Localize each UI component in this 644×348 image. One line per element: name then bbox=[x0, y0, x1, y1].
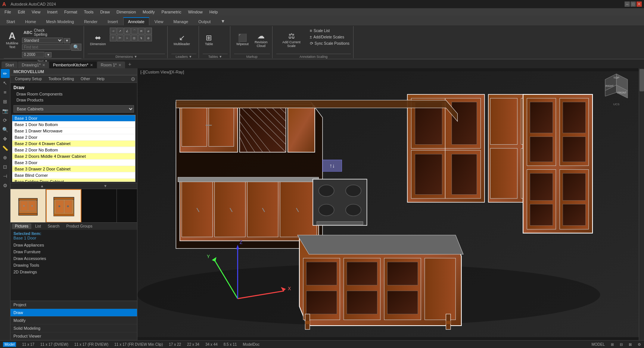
tool-settings[interactable]: ⚙ bbox=[1, 181, 10, 190]
dimension-button[interactable]: ⬌ Dimension bbox=[88, 27, 108, 53]
sync-scale-button[interactable]: ⟳ Sync Scale Positions bbox=[308, 40, 351, 47]
dim-ordinate-btn[interactable]: ⊤ bbox=[110, 35, 116, 41]
wipeout-button[interactable]: ⬛ Wipeout bbox=[234, 27, 251, 53]
dim-continue-btn[interactable]: ⊢ bbox=[117, 35, 124, 41]
status-22x34[interactable]: 22 x 34 bbox=[187, 342, 199, 347]
dim-radius-btn[interactable]: R bbox=[138, 28, 145, 34]
doc-tab-pemberton[interactable]: PembertonKitchen* ✕ bbox=[49, 62, 97, 68]
scroll-up-arrow[interactable]: ▲ bbox=[10, 183, 74, 189]
section-product-viewer[interactable]: Product Viewer bbox=[10, 332, 137, 340]
dim-jog-btn[interactable]: ↯ bbox=[138, 35, 145, 41]
status-ortho-toggle[interactable]: ⊠ bbox=[629, 342, 632, 347]
tool-zoom[interactable]: 🔍 bbox=[1, 125, 10, 134]
panel-tab-list[interactable]: List bbox=[32, 223, 44, 229]
draw-products[interactable]: Draw Products bbox=[13, 97, 134, 103]
dim-angular-btn[interactable]: ∠ bbox=[124, 28, 131, 34]
cabinet-item-base1drawermicrowave[interactable]: Base 1 Drawer Microwave bbox=[12, 128, 135, 134]
company-setup-btn[interactable]: Company Setup bbox=[12, 76, 45, 82]
find-text-input[interactable] bbox=[22, 44, 71, 50]
tab-home[interactable]: Home bbox=[20, 18, 41, 25]
status-17x22[interactable]: 17 x 22 bbox=[169, 342, 181, 347]
cabinet-item-base3drawer2door[interactable]: Base 3 Drawer 2 Door Cabinet bbox=[12, 166, 135, 172]
status-34x44[interactable]: 34 x 44 bbox=[205, 342, 218, 347]
navcube[interactable]: TOP FRONT RIGHT UCS bbox=[601, 72, 631, 102]
section-draw[interactable]: Draw bbox=[10, 309, 137, 317]
scroll-thumb[interactable] bbox=[640, 69, 644, 91]
status-model-tab[interactable]: Model bbox=[3, 342, 16, 347]
dim-baseline-btn[interactable]: ⊦ bbox=[124, 35, 131, 41]
draw-appliances[interactable]: Draw Appliances bbox=[10, 242, 137, 248]
status-model-badge[interactable]: MODEL bbox=[591, 342, 605, 347]
tab-render[interactable]: Render bbox=[79, 18, 102, 25]
menu-format[interactable]: Format bbox=[61, 9, 80, 15]
status-11x17-frdview-min[interactable]: 11 x 17 (FR DVIEW Min Clip) bbox=[114, 342, 163, 347]
panel-tab-product-groups[interactable]: Product Groups bbox=[63, 223, 95, 229]
tool-grid[interactable]: ⊡ bbox=[1, 162, 10, 171]
tool-layers[interactable]: ≡ bbox=[1, 88, 10, 97]
dim-aligned-btn[interactable]: ↗ bbox=[117, 28, 124, 34]
viewport[interactable]: [-][Custom View][X-Ray] TOP FRONT RIGHT … bbox=[137, 68, 639, 340]
menu-dimension[interactable]: Dimension bbox=[113, 9, 139, 15]
menu-window[interactable]: Window bbox=[185, 9, 206, 15]
cabinet-item-base2doornobottom[interactable]: Base 2 Door No Bottom bbox=[12, 147, 135, 153]
status-8x11[interactable]: 8.5 x 11 bbox=[224, 342, 237, 347]
doc-tab-pemberton-close[interactable]: ✕ bbox=[90, 63, 93, 67]
scale-list-button[interactable]: ≡ Scale List bbox=[308, 28, 351, 34]
tab-insert[interactable]: Insert bbox=[103, 18, 123, 25]
add-delete-scales-button[interactable]: ± Add/Delete Scales bbox=[308, 34, 351, 40]
menu-tools[interactable]: Tools bbox=[81, 9, 97, 15]
revision-cloud-button[interactable]: ☁ Revision Cloud bbox=[252, 27, 270, 53]
dim-break-btn[interactable]: ⊘ bbox=[145, 35, 152, 41]
toolbox-setting-btn[interactable]: Toolbox Setting bbox=[46, 76, 77, 82]
panel-gear-icon[interactable]: ⚙ bbox=[131, 76, 136, 82]
tool-draw[interactable]: ✏ bbox=[1, 69, 10, 78]
section-project[interactable]: Project bbox=[10, 301, 137, 309]
dim-linear-btn[interactable]: ⊣ bbox=[110, 28, 116, 34]
menu-view[interactable]: View bbox=[29, 9, 44, 15]
doc-tab-add[interactable]: + bbox=[125, 60, 134, 68]
doc-tab-start[interactable]: Start bbox=[1, 62, 18, 68]
2d-drawings[interactable]: 2D Drawings bbox=[10, 269, 137, 275]
status-snap-toggle[interactable]: ⊟ bbox=[620, 342, 623, 347]
cabinet-item-basefoldingdoor[interactable]: Base Folding Door Cabinet bbox=[12, 179, 135, 182]
cabinet-item-base2door[interactable]: Base 2 Door bbox=[12, 134, 135, 141]
product-thumb-3[interactable] bbox=[81, 189, 117, 223]
doc-tab-room1[interactable]: Room 1* ✕ bbox=[97, 62, 125, 68]
cabinet-item-baseblinddcorner[interactable]: Base Blind Corner bbox=[12, 172, 135, 179]
multiline-text-button[interactable]: A Multiline Text bbox=[4, 27, 21, 53]
maximize-button[interactable]: □ bbox=[631, 1, 636, 7]
product-thumb-1[interactable] bbox=[10, 189, 46, 223]
multileader-button[interactable]: ↙ Multileader bbox=[171, 27, 192, 53]
menu-edit[interactable]: Edit bbox=[15, 9, 28, 15]
spacing-btn[interactable]: ▼ bbox=[45, 52, 52, 57]
section-solid-modeling[interactable]: Solid Modeling bbox=[10, 325, 137, 332]
menu-draw[interactable]: Draw bbox=[97, 9, 113, 15]
tool-snap[interactable]: ⊕ bbox=[1, 153, 10, 162]
text-style-btn[interactable]: ▼ bbox=[64, 38, 70, 43]
menu-modify[interactable]: Modify bbox=[140, 9, 158, 15]
tool-orbit[interactable]: ⟳ bbox=[1, 116, 10, 125]
tool-select[interactable]: ↖ bbox=[1, 78, 10, 87]
spacing-input[interactable] bbox=[22, 52, 44, 57]
menu-help[interactable]: Help bbox=[206, 9, 221, 15]
tab-manage[interactable]: Manage bbox=[168, 18, 193, 25]
tab-extra[interactable]: ▼ bbox=[216, 17, 230, 25]
tool-properties[interactable]: ⊞ bbox=[1, 97, 10, 106]
tool-camera[interactable]: 📷 bbox=[1, 106, 10, 115]
tab-start[interactable]: Start bbox=[1, 18, 20, 25]
text-style-select[interactable]: Standard bbox=[22, 38, 63, 43]
find-search-button[interactable]: 🔍 bbox=[71, 44, 81, 51]
status-grid-toggle[interactable]: ⊞ bbox=[611, 342, 614, 347]
status-11x17-dview[interactable]: 11 x 17 (DVIEW) bbox=[40, 342, 68, 347]
base-cabinets-select[interactable]: Base Cabinets bbox=[13, 105, 134, 113]
section-modify[interactable]: Modify bbox=[10, 317, 137, 325]
draw-furniture[interactable]: Draw Furniture bbox=[10, 248, 137, 255]
dim-diameter-btn[interactable]: ⌀ bbox=[145, 28, 152, 34]
tab-mesh-modeling[interactable]: Mesh Modeling bbox=[41, 18, 79, 25]
draw-accessories[interactable]: Draw Accessories bbox=[10, 255, 137, 262]
tab-annotate[interactable]: Annotate bbox=[123, 17, 149, 25]
tool-pan[interactable]: ✥ bbox=[1, 134, 10, 143]
panel-tab-pictures[interactable]: Pictures bbox=[12, 223, 31, 229]
panel-tab-search[interactable]: Search bbox=[45, 223, 63, 229]
product-thumb-2[interactable] bbox=[46, 189, 81, 223]
